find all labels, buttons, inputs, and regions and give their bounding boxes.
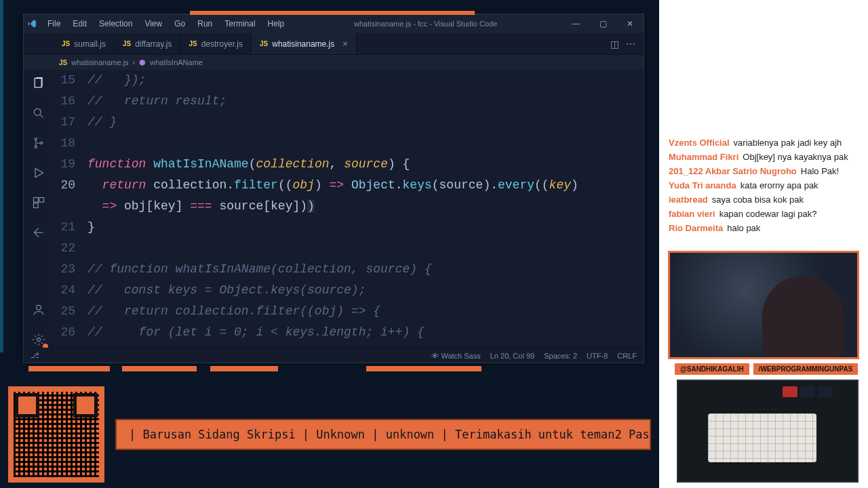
code-line[interactable]: 21}	[54, 217, 644, 238]
status-watch-sass[interactable]: 👁 Watch Sass	[431, 352, 480, 360]
tab-label: whatisinaname.js	[272, 39, 334, 49]
run-debug-icon[interactable]	[31, 165, 47, 181]
code-line[interactable]: 15// });	[54, 70, 644, 91]
menu-file[interactable]: File	[43, 16, 65, 31]
chat-text: halo pak	[727, 221, 760, 235]
line-number: 25	[54, 301, 87, 322]
channel-label: /WEBPROGRAMMINGUNPAS	[753, 363, 859, 375]
account-icon[interactable]	[31, 302, 47, 318]
live-chat-panel[interactable]: Vzents Officialvariablenya pak jadi key …	[665, 136, 861, 244]
status-bar: ⎇ 👁 Watch Sass Ln 20, Col 99 Spaces: 2 U…	[24, 348, 644, 363]
menu-bar: File Edit Selection View Go Run Terminal…	[43, 16, 289, 31]
editor-tabbar: JS sumall.js JS diffarray.js JS destroye…	[24, 33, 644, 55]
code-line[interactable]: 25// return collection.filter((obj) => {	[54, 301, 644, 322]
stream-frame-accent	[210, 366, 278, 371]
stream-frame-right	[0, 0, 3, 352]
code-line[interactable]: 23// function whatIsInAName(collection, …	[54, 259, 644, 280]
extensions-icon[interactable]	[31, 195, 47, 211]
chat-text: variablenya pak jadi key ajh	[734, 136, 842, 150]
svg-point-4	[41, 142, 43, 144]
source-control-icon[interactable]	[31, 135, 47, 151]
breadcrumb[interactable]: JS whatisinaname.js › ⬢ whatIsInAName	[24, 55, 644, 70]
stream-frame-accent	[122, 366, 197, 371]
chat-username: fabian vieri	[669, 207, 715, 221]
status-remote-icon[interactable]: ⎇	[31, 351, 39, 360]
code-editor[interactable]: 15// });16// return result;17// }1819fun…	[54, 70, 644, 348]
maximize-button[interactable]: ▢	[589, 14, 616, 33]
stream-frame-accent	[366, 366, 481, 371]
titlebar: File Edit Selection View Go Run Terminal…	[24, 14, 644, 33]
status-cursor-pos[interactable]: Ln 20, Col 99	[490, 352, 534, 360]
status-spaces[interactable]: Spaces: 2	[544, 352, 577, 360]
menu-help[interactable]: Help	[263, 16, 290, 31]
line-content[interactable]: => obj[key] === source[key]))	[87, 196, 644, 217]
line-content[interactable]: // });	[87, 70, 644, 91]
tab-label: diffarray.js	[135, 39, 172, 49]
svg-point-9	[37, 338, 41, 342]
minimize-button[interactable]: —	[562, 14, 589, 33]
window-controls: — ▢ ✕	[562, 14, 644, 33]
code-line[interactable]: 18	[54, 133, 644, 154]
menu-view[interactable]: View	[140, 16, 167, 31]
svg-rect-6	[39, 198, 44, 203]
code-line[interactable]: 26// for (let i = 0; i < keys.length; i+…	[54, 322, 644, 343]
chat-username: Vzents Official	[669, 136, 730, 150]
line-content[interactable]: // return result;	[87, 91, 644, 112]
vscode-logo-icon	[24, 14, 40, 33]
js-icon: JS	[59, 59, 67, 66]
line-content[interactable]: function whatIsInAName(collection, sourc…	[87, 154, 644, 175]
code-line[interactable]: 20 return collection.filter((obj) => Obj…	[54, 175, 644, 196]
donation-ticker: | Barusan Sidang Skripsi | Unknown | unk…	[115, 419, 651, 450]
menu-terminal[interactable]: Terminal	[220, 16, 260, 31]
menu-go[interactable]: Go	[170, 16, 190, 31]
close-button[interactable]: ✕	[616, 14, 644, 33]
tab-destroyer[interactable]: JS destroyer.js	[180, 33, 252, 54]
line-content[interactable]: // const keys = Object.keys(source);	[87, 280, 644, 301]
menu-run[interactable]: Run	[193, 16, 217, 31]
ticker-text: | Barusan Sidang Skripsi | Unknown | unk…	[129, 428, 651, 441]
svg-point-1	[34, 108, 41, 115]
split-editor-icon[interactable]: ◫	[610, 39, 619, 49]
chat-message: fabian vierikapan codewar lagi pak?	[665, 207, 861, 221]
line-content[interactable]	[87, 238, 644, 259]
status-encoding[interactable]: UTF-8	[587, 352, 608, 360]
line-content[interactable]: return collection.filter((obj) => Object…	[87, 175, 644, 196]
js-icon: JS	[123, 40, 131, 47]
status-eol[interactable]: CRLF	[617, 352, 637, 360]
line-content[interactable]: // }	[87, 112, 644, 133]
js-icon: JS	[260, 40, 268, 47]
code-line[interactable]: => obj[key] === source[key]))	[54, 196, 644, 217]
line-content[interactable]: }	[87, 217, 644, 238]
explorer-icon[interactable]	[31, 75, 47, 92]
line-number: 21	[54, 217, 87, 238]
line-number: 16	[54, 91, 87, 112]
tab-sumall[interactable]: JS sumall.js	[54, 33, 115, 54]
line-content[interactable]	[87, 133, 644, 154]
code-line[interactable]: 27// if (!obj.hasOwnProperty(keys[i]) ||…	[54, 343, 644, 348]
tab-whatisinaname[interactable]: JS whatisinaname.js ×	[252, 33, 357, 54]
chat-message: Muhammad FikriObj[key] nya kayaknya pak	[665, 150, 861, 164]
more-actions-icon[interactable]: ⋯	[626, 39, 635, 49]
line-number: 24	[54, 280, 87, 301]
line-content[interactable]: // function whatIsInAName(collection, so…	[87, 259, 644, 280]
menu-edit[interactable]: Edit	[68, 16, 92, 31]
liveshare-icon[interactable]	[31, 224, 47, 241]
search-icon[interactable]	[31, 105, 47, 121]
code-line[interactable]: 17// }	[54, 112, 644, 133]
qr-code	[8, 386, 104, 483]
line-content[interactable]: // for (let i = 0; i < keys.length; i++)…	[87, 322, 644, 343]
code-line[interactable]: 19function whatIsInAName(collection, sou…	[54, 154, 644, 175]
chat-username: Muhammad Fikri	[669, 150, 738, 164]
code-line[interactable]: 24// const keys = Object.keys(source);	[54, 280, 644, 301]
code-line[interactable]: 22	[54, 238, 644, 259]
breadcrumb-symbol: whatIsInAName	[150, 58, 203, 66]
tab-diffarray[interactable]: JS diffarray.js	[115, 33, 180, 54]
line-content[interactable]: // return collection.filter((obj) => {	[87, 301, 644, 322]
vscode-window: File Edit Selection View Go Run Terminal…	[23, 14, 644, 363]
menu-selection[interactable]: Selection	[94, 16, 137, 31]
code-line[interactable]: 16// return result;	[54, 91, 644, 112]
settings-icon[interactable]	[31, 331, 47, 348]
chat-username: 201_122 Akbar Satrio Nugroho	[669, 164, 797, 178]
tab-close-icon[interactable]: ×	[342, 39, 348, 49]
line-content[interactable]: // if (!obj.hasOwnProperty(keys[i]) || o…	[87, 343, 644, 348]
